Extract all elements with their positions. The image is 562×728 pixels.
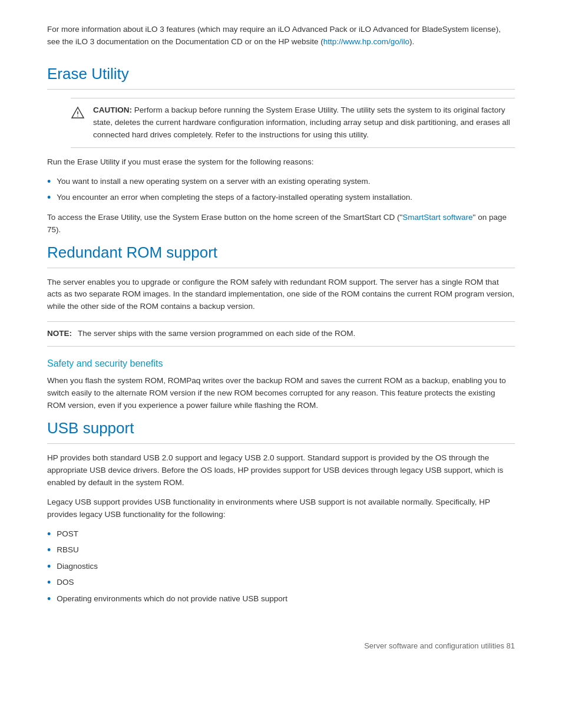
caution-body: Perform a backup before running the Syst… (93, 106, 510, 139)
intro-paragraph: For more information about iLO 3 feature… (47, 24, 515, 48)
intro-text-before: For more information about iLO 3 feature… (47, 25, 501, 46)
list-item: Diagnostics (47, 561, 515, 574)
smartstart-link[interactable]: SmartStart software (402, 213, 472, 222)
caution-box: CAUTION: Perform a backup before running… (71, 98, 515, 148)
list-item: POST (47, 528, 515, 541)
body2-pre: To access the Erase Utility, use the Sys… (47, 213, 402, 222)
caution-content: CAUTION: Perform a backup before running… (93, 104, 515, 141)
list-item: You encounter an error when completing t… (47, 192, 515, 205)
page-content: For more information about iLO 3 feature… (0, 0, 562, 686)
erase-utility-body2: To access the Erase Utility, use the Sys… (47, 212, 515, 236)
safety-security-body: When you flash the system ROM, ROMPaq wr… (47, 375, 515, 412)
redundant-rom-rule (47, 268, 515, 268)
list-item: You want to install a new operating syst… (47, 176, 515, 189)
page-footer: Server software and configuration utilit… (47, 641, 515, 650)
redundant-rom-body1: The server enables you to upgrade or con… (47, 276, 515, 314)
list-item: DOS (47, 577, 515, 589)
safety-security-title: Safety and security benefits (47, 358, 515, 369)
erase-utility-rule (47, 89, 515, 90)
note-box: NOTE: The server ships with the same ver… (47, 321, 515, 347)
list-item: Operating environments which do not prov… (47, 593, 515, 606)
note-text: The server ships with the same version p… (78, 328, 355, 340)
note-label: NOTE: (47, 328, 72, 340)
caution-icon (71, 106, 85, 121)
intro-link[interactable]: http://www.hp.com/go/ilo (323, 37, 409, 46)
usb-support-rule (47, 443, 515, 444)
usb-support-bullets: POST RBSU Diagnostics DOS Operating envi… (47, 528, 515, 606)
erase-utility-bullets: You want to install a new operating syst… (47, 176, 515, 205)
intro-text-after: ). (409, 37, 414, 46)
erase-utility-body1: Run the Erase Utility if you must erase … (47, 156, 515, 169)
svg-point-1 (77, 116, 78, 117)
usb-support-body1: HP provides both standard USB 2.0 suppor… (47, 452, 515, 489)
usb-support-body2: Legacy USB support provides USB function… (47, 496, 515, 521)
redundant-rom-title: Redundant ROM support (47, 243, 515, 262)
erase-utility-title: Erase Utility (47, 65, 515, 83)
erase-utility-caution-container: CAUTION: Perform a backup before running… (47, 98, 515, 148)
list-item: RBSU (47, 544, 515, 557)
usb-support-title: USB support (47, 419, 515, 437)
caution-label: CAUTION: (93, 106, 132, 114)
footer-text: Server software and configuration utilit… (364, 641, 515, 650)
